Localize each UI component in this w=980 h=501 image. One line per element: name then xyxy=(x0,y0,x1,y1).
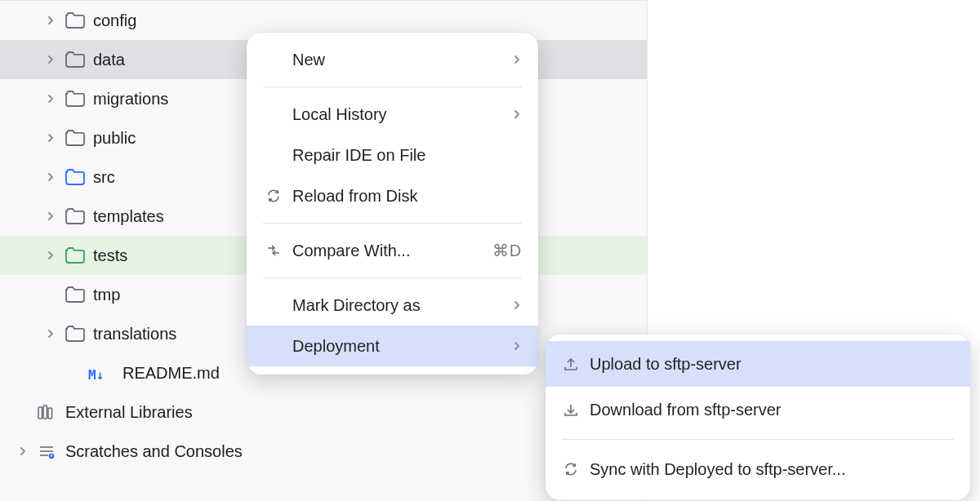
tree-label: config xyxy=(93,11,136,30)
menu-item-reload-from-disk[interactable]: Reload from Disk xyxy=(247,175,538,216)
tree-label: translations xyxy=(93,325,176,344)
menu-label: New xyxy=(292,51,504,69)
chevron-right-icon[interactable] xyxy=(44,171,57,184)
tree-label: public xyxy=(93,129,136,148)
chevron-right-icon[interactable] xyxy=(44,92,57,105)
menu-label: Upload to sftp-server xyxy=(590,355,944,374)
chevron-right-icon[interactable] xyxy=(44,249,57,262)
folder-icon xyxy=(65,326,85,342)
menu-item-compare-with[interactable]: Compare With...⌘D xyxy=(247,230,538,271)
deployment-submenu: Upload to sftp-serverDownload from sftp-… xyxy=(546,335,970,500)
menu-item-upload-to-sftp-server[interactable]: Upload to sftp-server xyxy=(546,341,970,387)
scratches-icon xyxy=(38,443,57,459)
chevron-right-icon[interactable] xyxy=(44,131,57,144)
menu-label: Reload from Disk xyxy=(292,187,514,206)
upload-icon xyxy=(560,355,581,373)
chevron-right-icon xyxy=(512,341,522,351)
svg-rect-0 xyxy=(38,407,42,419)
menu-label: Sync with Deployed to sftp-server... xyxy=(590,460,944,479)
chevron-right-icon[interactable] xyxy=(16,445,29,458)
reload-icon xyxy=(263,187,284,205)
folder-icon xyxy=(65,286,85,303)
folder-icon xyxy=(65,12,85,29)
libraries-icon xyxy=(38,404,57,420)
chevron-right-icon[interactable] xyxy=(44,14,57,27)
tree-label: templates xyxy=(93,207,164,226)
folder-icon xyxy=(65,51,85,68)
menu-label: Deployment xyxy=(292,337,504,356)
chevron-right-icon[interactable] xyxy=(16,406,29,419)
shortcut-text: ⌘D xyxy=(492,241,522,260)
svg-rect-1 xyxy=(43,406,47,419)
menu-shortcut: ⌘D xyxy=(492,241,522,260)
menu-separator xyxy=(562,439,954,440)
menu-label: Local History xyxy=(292,105,504,124)
menu-separator xyxy=(263,223,522,224)
menu-item-local-history[interactable]: Local History xyxy=(247,94,538,135)
reload-icon xyxy=(560,460,581,478)
chevron-right-icon xyxy=(512,109,522,119)
menu-item-sync-with-deployed-to-sftp-server[interactable]: Sync with Deployed to sftp-server... xyxy=(546,446,970,492)
menu-item-deployment[interactable]: Deployment xyxy=(247,326,538,366)
menu-separator xyxy=(263,277,522,278)
chevron-right-icon[interactable] xyxy=(44,53,57,66)
chevron-right-icon xyxy=(512,300,522,310)
tree-label: tests xyxy=(93,246,127,265)
menu-label: Download from sftp-server xyxy=(590,401,944,419)
context-menu: NewLocal HistoryRepair IDE on FileReload… xyxy=(247,33,538,375)
tree-label: Scratches and Consoles xyxy=(65,442,243,461)
tree-label: src xyxy=(93,168,115,187)
menu-separator xyxy=(263,86,522,87)
chevron-right-icon[interactable] xyxy=(44,288,57,301)
menu-label: Mark Directory as xyxy=(292,296,504,315)
markdown-icon: M↓ xyxy=(88,365,114,381)
folder-icon xyxy=(65,91,85,107)
compare-icon xyxy=(263,242,284,259)
chevron-right-icon[interactable] xyxy=(44,327,57,340)
tree-label: tmp xyxy=(93,286,120,304)
folder-icon xyxy=(65,169,85,185)
menu-item-mark-directory-as[interactable]: Mark Directory as xyxy=(247,285,538,326)
menu-item-new[interactable]: New xyxy=(247,39,538,80)
chevron-right-icon[interactable] xyxy=(67,366,80,379)
chevron-right-icon xyxy=(512,55,522,64)
tree-label: data xyxy=(93,51,125,69)
tree-label: README.md xyxy=(122,364,220,383)
menu-label: Repair IDE on File xyxy=(292,146,514,165)
tree-label: migrations xyxy=(93,90,168,109)
tree-label: External Libraries xyxy=(65,403,193,422)
svg-rect-2 xyxy=(48,408,52,419)
chevron-right-icon[interactable] xyxy=(44,210,57,223)
menu-item-repair-ide-on-file[interactable]: Repair IDE on File xyxy=(247,135,538,175)
menu-item-download-from-sftp-server[interactable]: Download from sftp-server xyxy=(546,387,970,432)
folder-icon xyxy=(65,130,85,146)
menu-label: Compare With... xyxy=(292,242,484,260)
folder-icon xyxy=(65,247,85,264)
folder-icon xyxy=(65,208,85,224)
download-icon xyxy=(560,401,581,419)
